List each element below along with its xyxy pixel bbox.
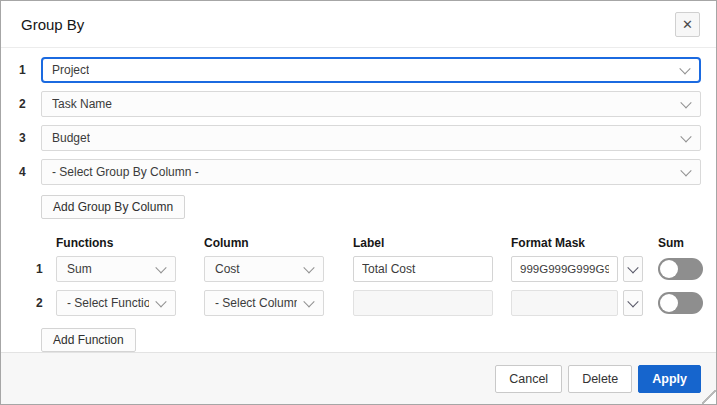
chevron-down-icon — [303, 296, 314, 307]
select-value: Sum — [67, 262, 92, 276]
cancel-button[interactable]: Cancel — [495, 365, 562, 393]
select-value: Task Name — [52, 97, 112, 111]
sum-header: Sum — [658, 236, 703, 250]
format-mask-header: Format Mask — [511, 236, 643, 250]
select-value: - Select Column - — [215, 296, 297, 310]
sum-toggle-2[interactable] — [658, 292, 703, 314]
chevron-down-icon — [155, 296, 166, 307]
column-header: Column — [204, 236, 324, 250]
dialog-title: Group By — [21, 16, 84, 33]
chevron-down-icon — [679, 63, 690, 74]
select-value: Budget — [52, 131, 90, 145]
functions-header-row: Functions Column Label Format Mask Sum — [36, 236, 701, 250]
chevron-down-icon — [303, 262, 314, 273]
function-select-1[interactable]: Sum — [56, 256, 176, 282]
group-by-dialog: Group By ✕ 1 Project 2 Task Name 3 Budge… — [0, 0, 717, 405]
label-input-2[interactable] — [353, 290, 493, 316]
chevron-down-icon — [680, 131, 691, 142]
toggle-knob — [660, 294, 678, 312]
group-by-select-1[interactable]: Project — [41, 57, 701, 83]
group-by-select-3[interactable]: Budget — [41, 125, 701, 151]
close-button[interactable]: ✕ — [675, 12, 700, 37]
dialog-header: Group By ✕ — [1, 1, 716, 48]
select-value: Project — [52, 63, 89, 77]
row-number: 2 — [19, 97, 28, 111]
chevron-down-icon — [680, 165, 691, 176]
group-by-row: 2 Task Name — [19, 91, 701, 117]
group-by-select-2[interactable]: Task Name — [41, 91, 701, 117]
row-number: 1 — [19, 63, 28, 77]
row-number: 3 — [19, 131, 28, 145]
add-function-button[interactable]: Add Function — [41, 328, 136, 352]
function-row: 1 Sum Cost — [36, 256, 701, 282]
label-input-1[interactable] — [353, 256, 493, 282]
label-header: Label — [353, 236, 493, 250]
sum-toggle-1[interactable] — [658, 258, 703, 280]
select-value: - Select Function - — [67, 296, 149, 310]
dialog-body: 1 Project 2 Task Name 3 Budget 4 - Selec… — [1, 48, 716, 352]
select-value: - Select Group By Column - — [52, 165, 199, 179]
column-select-2[interactable]: - Select Column - — [204, 290, 324, 316]
group-by-row: 1 Project — [19, 57, 701, 83]
row-number: 1 — [36, 262, 45, 276]
chevron-down-icon — [627, 296, 638, 307]
format-mask-input-2[interactable] — [511, 290, 618, 316]
delete-button[interactable]: Delete — [568, 365, 632, 393]
apply-button[interactable]: Apply — [638, 365, 701, 393]
resize-handle[interactable] — [702, 390, 716, 404]
group-by-row: 3 Budget — [19, 125, 701, 151]
functions-header: Functions — [56, 236, 176, 250]
row-number: 4 — [19, 165, 28, 179]
group-by-select-4[interactable]: - Select Group By Column - — [41, 159, 701, 185]
add-group-by-column-button[interactable]: Add Group By Column — [41, 195, 185, 219]
chevron-down-icon — [155, 262, 166, 273]
function-row: 2 - Select Function - - Select Column - — [36, 290, 701, 316]
group-by-row: 4 - Select Group By Column - — [19, 159, 701, 185]
format-mask-input-1[interactable] — [511, 256, 618, 282]
format-mask-popup-button-2[interactable] — [623, 290, 643, 316]
close-icon: ✕ — [682, 17, 693, 32]
toggle-knob — [660, 260, 678, 278]
dialog-footer: Cancel Delete Apply — [1, 352, 716, 404]
function-select-2[interactable]: - Select Function - — [56, 290, 176, 316]
column-select-1[interactable]: Cost — [204, 256, 324, 282]
format-mask-popup-button-1[interactable] — [623, 256, 643, 282]
row-number: 2 — [36, 296, 45, 310]
chevron-down-icon — [680, 97, 691, 108]
select-value: Cost — [215, 262, 240, 276]
chevron-down-icon — [627, 262, 638, 273]
